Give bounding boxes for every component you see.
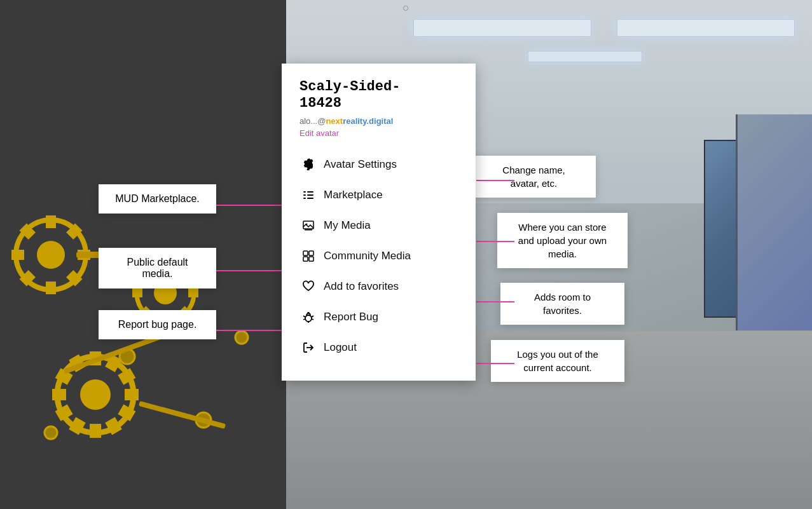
svg-rect-61 [309,251,313,255]
username: Scaly-Sided- 18428 [299,79,458,112]
mud-marketplace-label: MUD Marketplace. [99,184,216,214]
edit-avatar-link[interactable]: Edit avatar [299,128,458,138]
logout-icon [299,339,317,356]
report-bug-page-text: Report bug page. [118,319,197,330]
svg-rect-63 [309,257,313,261]
public-media-text: Public defaultmedia. [127,257,188,279]
avatar-tooltip: Change name,avatar, etc. [472,156,596,198]
svg-point-8 [37,241,65,269]
logout-label: Logout [324,341,357,354]
menu-item-add-to-favorites[interactable]: Add to favorites [299,271,458,302]
user-info: Scaly-Sided- 18428 alo...@nextreality.di… [299,79,458,138]
email-reality: reality.digital [343,116,393,126]
media-tooltip-text: Where you can storeand upload your ownme… [518,222,607,259]
ceiling-light-2 [617,19,795,37]
connector-logout-right [476,363,514,364]
connector-marketplace-left [216,205,285,206]
report-bug-page-label: Report bug page. [99,310,216,339]
avatar-tooltip-text: Change name,avatar, etc. [502,165,565,189]
marketplace-label: Marketplace [324,189,383,201]
svg-rect-59 [305,229,312,231]
connector-media-right [476,241,514,242]
menu-item-community-media[interactable]: Community Media [299,241,458,271]
bug-icon [299,308,317,326]
favorites-tooltip-text: Adds room tofavorites. [534,292,591,316]
svg-rect-52 [307,191,313,193]
image-icon [299,217,317,234]
logout-tooltip: Logs you out of thecurrent account. [491,340,624,382]
ceiling-light-3 [528,51,642,62]
svg-rect-9 [46,215,56,228]
mechanical-objects [0,179,312,509]
avatar-settings-label: Avatar Settings [324,158,397,171]
wall-panel [736,114,812,330]
user-email: alo...@nextreality.digital [299,116,458,126]
public-media-label: Public defaultmedia. [99,248,216,288]
menu-item-logout[interactable]: Logout [299,332,458,363]
svg-point-47 [45,426,57,439]
connector-bug-left [216,330,285,331]
svg-rect-25 [188,288,198,297]
report-bug-label: Report Bug [324,311,378,323]
add-to-favorites-label: Add to favorites [324,280,399,293]
connector-favorites-right [476,301,514,302]
community-media-label: Community Media [324,250,411,262]
svg-line-70 [312,319,313,320]
svg-point-64 [305,315,312,322]
svg-rect-60 [303,251,308,255]
svg-rect-42 [52,389,66,400]
menu-panel: Scaly-Sided- 18428 alo...@nextreality.di… [282,64,476,381]
list-icon [299,186,317,204]
svg-rect-51 [303,191,306,193]
svg-rect-62 [303,257,308,261]
ceiling-light-1 [413,19,591,37]
svg-rect-36 [125,389,139,400]
svg-rect-18 [11,250,24,260]
crosshair: ○ [400,1,413,14]
connector-media-left [216,270,285,271]
svg-line-67 [303,316,305,317]
gear-icon [299,156,317,173]
heart-icon [299,278,317,295]
connector-avatar-right [476,180,514,181]
email-next: next [326,116,343,126]
image-grid-icon [299,247,317,265]
menu-item-marketplace[interactable]: Marketplace [299,180,458,210]
svg-rect-50 [139,401,226,429]
menu-item-my-media[interactable]: My Media [299,210,458,241]
svg-rect-56 [307,198,313,199]
svg-rect-53 [303,194,306,196]
media-tooltip: Where you can storeand upload your ownme… [497,213,628,268]
svg-point-32 [80,379,111,410]
svg-line-68 [312,316,313,317]
svg-rect-16 [46,282,56,294]
svg-point-48 [235,331,248,344]
menu-item-avatar-settings[interactable]: Avatar Settings [299,149,458,180]
mud-marketplace-text: MUD Marketplace. [115,193,199,204]
svg-line-69 [303,319,305,320]
logout-tooltip-text: Logs you out of thecurrent account. [517,349,598,373]
my-media-label: My Media [324,219,371,232]
svg-rect-54 [307,194,313,196]
menu-item-report-bug[interactable]: Report Bug [299,302,458,332]
favorites-tooltip: Adds room tofavorites. [500,283,624,325]
svg-rect-39 [90,424,101,438]
svg-rect-55 [303,198,306,199]
svg-rect-29 [132,288,142,297]
menu-items-list: Avatar Settings Marketplace [299,149,458,363]
